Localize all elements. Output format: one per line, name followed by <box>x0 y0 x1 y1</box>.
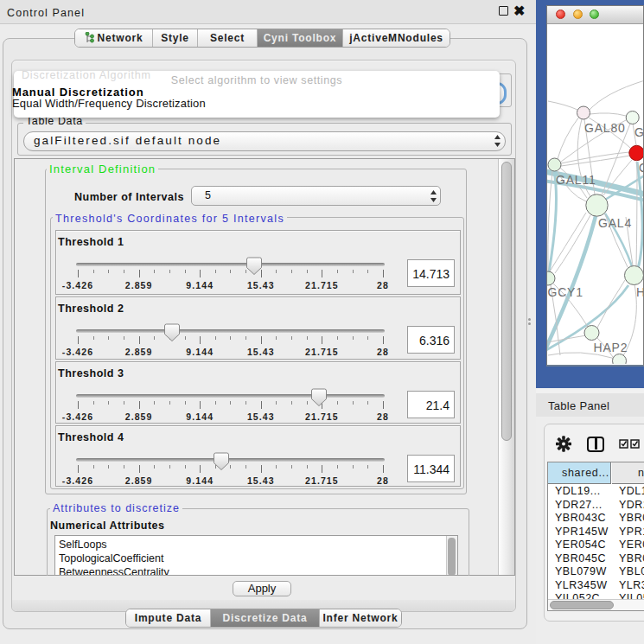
svg-text:CR: CR <box>639 161 643 175</box>
svg-text:GAL4: GAL4 <box>598 216 632 230</box>
svg-text:GCY1: GCY1 <box>548 285 583 299</box>
svg-text:GAL11: GAL11 <box>556 173 596 187</box>
svg-text:HA: HA <box>636 285 643 299</box>
svg-text:GAL: GAL <box>634 125 643 139</box>
svg-text:GAL80: GAL80 <box>584 121 626 135</box>
svg-text:HAP2: HAP2 <box>594 341 628 354</box>
